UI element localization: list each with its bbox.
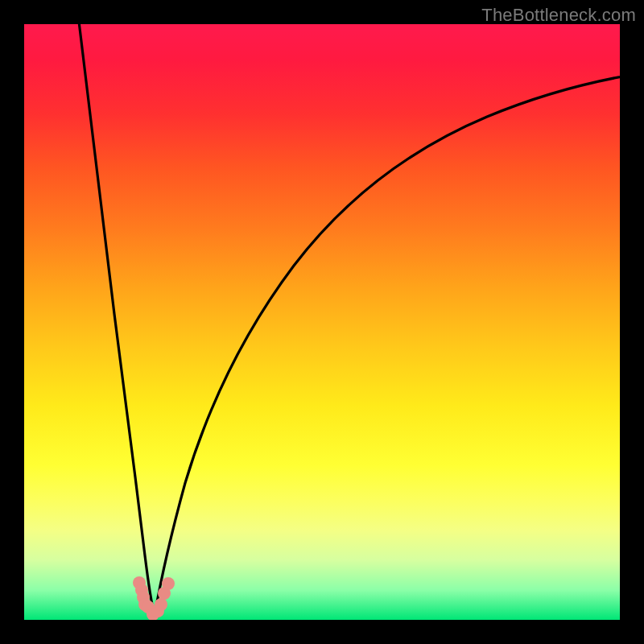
marker-group [133, 576, 175, 620]
plot-area [24, 24, 620, 620]
marker-dot [155, 598, 167, 611]
curves-svg [24, 24, 620, 620]
curve-left-branch [77, 24, 155, 616]
watermark-text: TheBottleneck.com [481, 5, 636, 26]
curve-right-branch [155, 74, 620, 616]
chart-frame: TheBottleneck.com [0, 0, 644, 644]
marker-dot [162, 577, 175, 590]
